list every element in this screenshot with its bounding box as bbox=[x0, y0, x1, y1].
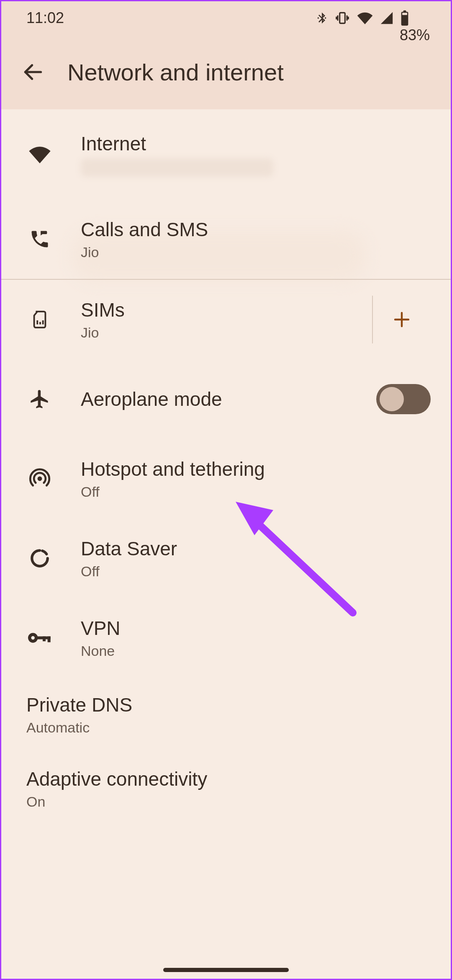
page-title: Network and internet bbox=[67, 59, 284, 86]
svg-rect-13 bbox=[48, 637, 51, 642]
row-internet[interactable]: Internet bbox=[1, 109, 451, 199]
status-clock: 11:02 bbox=[26, 9, 64, 27]
vibrate-icon bbox=[334, 10, 350, 26]
battery-icon bbox=[400, 10, 410, 26]
row-aeroplane-mode[interactable]: Aeroplane mode bbox=[1, 359, 451, 439]
svg-rect-2 bbox=[340, 13, 345, 23]
sim-icon bbox=[21, 309, 58, 330]
row-subtitle: Jio bbox=[81, 244, 431, 260]
phone-msg-icon bbox=[21, 228, 58, 250]
toggle-knob bbox=[380, 387, 404, 411]
battery-percent: 83% bbox=[400, 26, 430, 44]
svg-rect-8 bbox=[42, 320, 44, 325]
row-calls-sms[interactable]: Calls and SMS Jio bbox=[1, 199, 451, 279]
app-bar: Network and internet bbox=[1, 35, 451, 109]
plus-icon bbox=[392, 309, 412, 330]
vpn-key-icon bbox=[21, 629, 58, 646]
row-subtitle: On bbox=[26, 794, 431, 810]
row-title: Private DNS bbox=[26, 694, 431, 716]
row-subtitle: None bbox=[81, 643, 431, 659]
row-title: Aeroplane mode bbox=[81, 388, 376, 410]
row-title: Data Saver bbox=[81, 537, 431, 560]
data-saver-icon bbox=[21, 548, 58, 569]
status-icons: 83% bbox=[315, 10, 430, 26]
svg-point-9 bbox=[38, 477, 42, 481]
hotspot-icon bbox=[21, 468, 58, 490]
arrow-left-icon bbox=[21, 60, 45, 84]
status-bar: 11:02 83% bbox=[1, 1, 451, 35]
row-vpn[interactable]: VPN None bbox=[1, 598, 451, 678]
wifi-icon bbox=[21, 143, 58, 166]
row-title: SIMs bbox=[81, 299, 372, 321]
svg-point-11 bbox=[31, 636, 34, 640]
row-sims[interactable]: SIMs Jio bbox=[1, 280, 451, 359]
svg-point-0 bbox=[318, 17, 319, 18]
row-title: Calls and SMS bbox=[81, 218, 431, 241]
row-title: Adaptive connectivity bbox=[26, 768, 431, 790]
row-subtitle: Automatic bbox=[26, 720, 431, 736]
svg-rect-4 bbox=[403, 10, 406, 13]
row-private-dns[interactable]: Private DNS Automatic bbox=[1, 678, 451, 752]
settings-list: Internet Calls and SMS Jio SIMs Jio bbox=[1, 109, 451, 826]
row-title: Internet bbox=[81, 132, 431, 155]
row-subtitle: Off bbox=[81, 484, 431, 500]
aeroplane-mode-toggle[interactable] bbox=[376, 384, 431, 414]
row-title: VPN bbox=[81, 617, 431, 640]
row-hotspot-tethering[interactable]: Hotspot and tethering Off bbox=[1, 439, 451, 518]
row-subtitle: Jio bbox=[81, 325, 372, 341]
svg-point-1 bbox=[325, 17, 326, 18]
row-title: Hotspot and tethering bbox=[81, 458, 431, 480]
airplane-icon bbox=[21, 388, 58, 410]
row-subtitle: Off bbox=[81, 563, 431, 580]
gesture-nav-handle[interactable] bbox=[163, 968, 289, 972]
row-subtitle-redacted bbox=[81, 158, 273, 177]
wifi-icon bbox=[356, 10, 374, 26]
bluetooth-icon bbox=[315, 10, 329, 26]
back-button[interactable] bbox=[16, 60, 50, 84]
cell-signal-icon bbox=[380, 10, 394, 26]
row-adaptive-connectivity[interactable]: Adaptive connectivity On bbox=[1, 752, 451, 826]
svg-rect-7 bbox=[39, 322, 41, 325]
svg-rect-14 bbox=[43, 637, 46, 642]
add-sim-button[interactable] bbox=[372, 296, 431, 343]
svg-rect-6 bbox=[36, 320, 38, 325]
row-data-saver[interactable]: Data Saver Off bbox=[1, 518, 451, 598]
svg-rect-5 bbox=[402, 13, 407, 15]
